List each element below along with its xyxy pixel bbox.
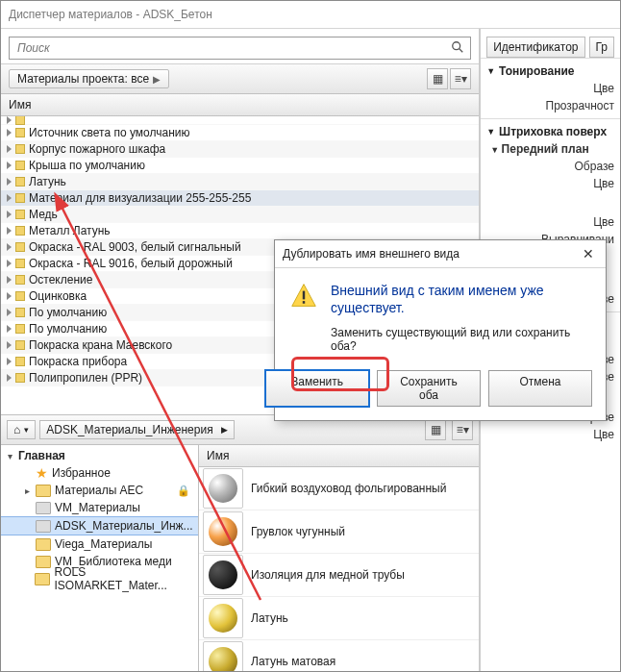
table-row[interactable]: Крыша по умолчанию: [1, 158, 479, 174]
chevron-right-icon: ▶: [153, 74, 161, 85]
table-row[interactable]: [1, 116, 479, 125]
tree-node[interactable]: VM_Материалы: [1, 499, 198, 516]
lib-view-grid-button[interactable]: ▦: [425, 419, 446, 440]
material-name: Материал для визуализации 255-255-255: [29, 191, 251, 205]
expand-icon: [7, 358, 12, 365]
material-name: Латунь: [29, 175, 66, 188]
table-row[interactable]: Корпус пожарного шкафа: [1, 141, 479, 158]
lock-icon: 🔒: [177, 485, 190, 497]
search-input-wrap[interactable]: [9, 37, 471, 60]
expand-icon: [7, 374, 12, 382]
expand-icon: [7, 325, 12, 333]
list-item[interactable]: Латунь: [199, 597, 479, 640]
folder-icon: [36, 538, 51, 551]
material-thumbnail: [203, 641, 243, 672]
tree-node[interactable]: Viega_Материалы: [1, 535, 198, 553]
folder-icon: [36, 485, 51, 497]
material-name: Крыша по умолчанию: [29, 159, 145, 172]
expand-icon[interactable]: ▸: [22, 485, 32, 496]
list-item[interactable]: Латунь матовая: [199, 640, 479, 672]
replace-button[interactable]: Заменить: [265, 370, 369, 407]
label-color6: Цве: [486, 426, 614, 443]
material-thumbnail: [203, 511, 243, 552]
dialog-title: Дублировать имя внешнего вида: [283, 247, 460, 261]
table-row[interactable]: Источник света по умолчанию: [1, 125, 479, 141]
tree-node[interactable]: ROLS ISOMARKET_Mater...: [1, 570, 198, 587]
view-grid-button[interactable]: ▦: [427, 68, 448, 89]
star-icon: ★: [36, 466, 48, 480]
material-swatch: [15, 144, 25, 154]
library-list[interactable]: Гибкий воздуховод фольгированныйГрувлок …: [199, 467, 479, 672]
expand-icon: [7, 341, 12, 349]
material-swatch: [15, 210, 25, 219]
material-name: Окраска - RAL 9016, белый дорожный: [29, 257, 233, 270]
section-surface-hatch[interactable]: ▼Штриховка поверх: [486, 123, 614, 140]
material-swatch: [15, 291, 25, 301]
library-crumb[interactable]: ADSK_Материалы_Инженерия▶: [39, 420, 234, 439]
material-name: Остекление: [29, 273, 92, 286]
search-input[interactable]: [15, 40, 451, 56]
table-row[interactable]: Медь: [1, 207, 479, 223]
expand-icon: [7, 129, 12, 137]
table-row[interactable]: Металл Латунь: [1, 223, 479, 239]
label-color3: Цве: [486, 213, 614, 231]
list-item[interactable]: Гибкий воздуховод фольгированный: [199, 467, 479, 510]
project-column-name[interactable]: Имя: [1, 94, 479, 116]
subsection-foreground[interactable]: ▼ Передний план: [486, 140, 614, 158]
tree-node[interactable]: ★Избранное: [1, 464, 198, 482]
label-color: Цве: [486, 80, 614, 97]
project-filter-label: Материалы проекта: все: [17, 72, 149, 86]
search-icon: [451, 40, 464, 57]
folder-icon: [36, 520, 51, 533]
library-tree[interactable]: ▾Главная ★Избранное▸Материалы AEC🔒VM_Мат…: [1, 445, 199, 672]
keep-both-button[interactable]: Сохранить оба: [377, 370, 481, 407]
tree-node[interactable]: ADSK_Материалы_Инж...: [1, 516, 198, 535]
home-icon: ⌂: [13, 423, 20, 436]
material-name: Источник света по умолчанию: [29, 126, 189, 139]
cancel-button[interactable]: Отмена: [488, 370, 592, 407]
graphics-tab[interactable]: Гр: [589, 37, 615, 58]
material-swatch: [15, 177, 25, 187]
svg-point-0: [453, 41, 460, 49]
expand-icon: [7, 227, 12, 235]
section-shading[interactable]: ▼Тонирование: [486, 62, 614, 80]
folder-icon: [36, 502, 51, 514]
expand-icon: [7, 162, 12, 169]
list-item[interactable]: Изоляция для медной трубы: [199, 554, 479, 597]
home-crumb[interactable]: ⌂▾: [7, 420, 36, 439]
material-name: Изоляция для медной трубы: [251, 568, 405, 582]
material-name: Полипропилен (PPR): [29, 371, 142, 385]
material-swatch: [15, 242, 25, 252]
duplicate-appearance-dialog: Дублировать имя внешнего вида ✕ Внешний …: [274, 239, 607, 421]
expand-icon: [7, 145, 12, 153]
tree-label: Избранное: [52, 466, 111, 480]
tree-root[interactable]: ▾Главная: [1, 447, 198, 464]
table-row[interactable]: Латунь: [1, 174, 479, 190]
library-column-name[interactable]: Имя: [199, 445, 479, 467]
material-swatch: [15, 259, 25, 268]
expand-icon: [7, 211, 12, 218]
expand-icon: [7, 194, 12, 202]
tree-node[interactable]: ▸Материалы AEC🔒: [1, 482, 198, 499]
material-thumbnail: [203, 598, 243, 638]
close-icon[interactable]: ✕: [579, 246, 598, 261]
lib-view-list-button[interactable]: ≡▾: [452, 419, 473, 440]
label-color2: Цве: [486, 175, 614, 192]
material-swatch: [15, 373, 25, 383]
view-list-button[interactable]: ≡▾: [450, 68, 471, 89]
svg-rect-3: [303, 291, 305, 300]
material-name: Оцинковка: [29, 289, 87, 303]
material-thumbnail: [203, 468, 243, 509]
identity-tab[interactable]: Идентификатор: [486, 37, 584, 58]
material-name: Покраска прибора: [29, 355, 127, 368]
label-pattern: Образе: [486, 158, 614, 175]
project-filter-chip[interactable]: Материалы проекта: все ▶: [9, 69, 169, 88]
expand-icon: [7, 260, 12, 267]
tree-label: ADSK_Материалы_Инж...: [55, 519, 193, 533]
folder-icon: [35, 573, 50, 585]
list-item[interactable]: Грувлок чугунный: [199, 510, 479, 554]
material-name: Металл Латунь: [29, 224, 111, 237]
warning-icon: [290, 282, 317, 309]
table-row[interactable]: Материал для визуализации 255-255-255: [1, 190, 479, 207]
expand-icon: [7, 309, 12, 316]
